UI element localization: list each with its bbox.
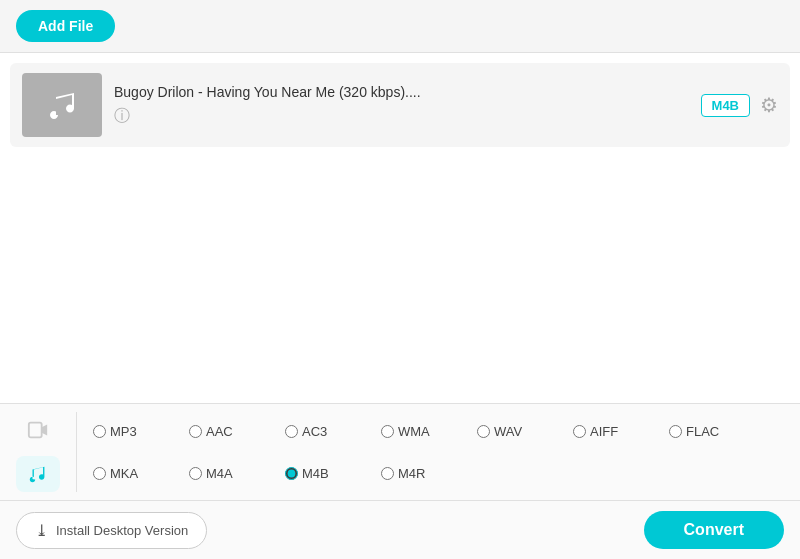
audio-tab[interactable] bbox=[16, 456, 60, 492]
settings-icon[interactable]: ⚙ bbox=[760, 93, 778, 117]
format-row-2: MKA M4A M4B M4R bbox=[93, 466, 784, 481]
format-wav[interactable]: WAV bbox=[477, 424, 567, 439]
file-actions: M4B ⚙ bbox=[701, 93, 778, 117]
radio-mka[interactable] bbox=[93, 467, 106, 480]
footer-bar: ⤓ Install Desktop Version Convert bbox=[0, 501, 800, 559]
format-m4r[interactable]: M4R bbox=[381, 466, 471, 481]
main-content: Bugoy Drilon - Having You Near Me (320 k… bbox=[0, 53, 800, 403]
svg-rect-0 bbox=[29, 423, 42, 438]
format-aiff[interactable]: AIFF bbox=[573, 424, 663, 439]
format-m4a[interactable]: M4A bbox=[189, 466, 279, 481]
radio-wma[interactable] bbox=[381, 425, 394, 438]
radio-ac3[interactable] bbox=[285, 425, 298, 438]
radio-wav[interactable] bbox=[477, 425, 490, 438]
header: Add File bbox=[0, 0, 800, 53]
info-icon[interactable]: ⓘ bbox=[114, 107, 130, 124]
convert-button[interactable]: Convert bbox=[644, 511, 784, 549]
download-icon: ⤓ bbox=[35, 521, 48, 540]
format-flac[interactable]: FLAC bbox=[669, 424, 759, 439]
format-wma[interactable]: WMA bbox=[381, 424, 471, 439]
format-m4b[interactable]: M4B bbox=[285, 466, 375, 481]
format-ac3[interactable]: AC3 bbox=[285, 424, 375, 439]
type-tabs bbox=[16, 412, 77, 492]
radio-aiff[interactable] bbox=[573, 425, 586, 438]
file-info: Bugoy Drilon - Having You Near Me (320 k… bbox=[102, 84, 701, 127]
format-aac[interactable]: AAC bbox=[189, 424, 279, 439]
file-thumbnail bbox=[22, 73, 102, 137]
radio-mp3[interactable] bbox=[93, 425, 106, 438]
format-row-1: MP3 AAC AC3 WMA WAV bbox=[93, 424, 784, 439]
video-icon bbox=[27, 419, 49, 441]
file-name: Bugoy Drilon - Having You Near Me (320 k… bbox=[114, 84, 689, 100]
format-mka[interactable]: MKA bbox=[93, 466, 183, 481]
radio-m4a[interactable] bbox=[189, 467, 202, 480]
radio-m4b[interactable] bbox=[285, 467, 298, 480]
format-badge[interactable]: M4B bbox=[701, 94, 750, 117]
format-options: MP3 AAC AC3 WMA WAV bbox=[93, 412, 784, 492]
video-tab[interactable] bbox=[16, 412, 60, 448]
radio-flac[interactable] bbox=[669, 425, 682, 438]
radio-aac[interactable] bbox=[189, 425, 202, 438]
format-mp3[interactable]: MP3 bbox=[93, 424, 183, 439]
add-file-button[interactable]: Add File bbox=[16, 10, 115, 42]
radio-m4r[interactable] bbox=[381, 467, 394, 480]
format-section: MP3 AAC AC3 WMA WAV bbox=[0, 404, 800, 501]
bottom-panel: MP3 AAC AC3 WMA WAV bbox=[0, 403, 800, 559]
install-desktop-button[interactable]: ⤓ Install Desktop Version bbox=[16, 512, 207, 549]
audio-icon bbox=[27, 463, 49, 485]
install-label: Install Desktop Version bbox=[56, 523, 188, 538]
file-item: Bugoy Drilon - Having You Near Me (320 k… bbox=[10, 63, 790, 147]
music-icon bbox=[44, 87, 80, 123]
